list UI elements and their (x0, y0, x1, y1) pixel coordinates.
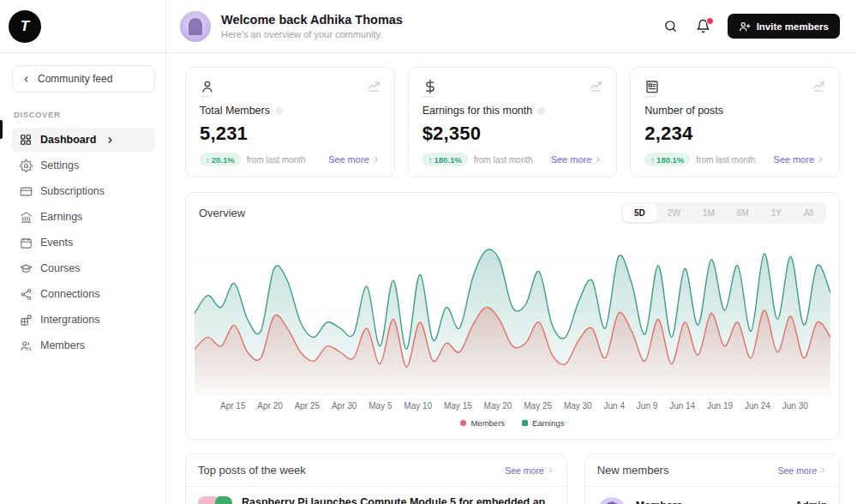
range-tab-1y[interactable]: 1Y (760, 204, 793, 222)
sidebar-item-label: Subscriptions (40, 185, 105, 197)
main-area: Welcome back Adhika Thomas Here's an ove… (166, 0, 857, 504)
x-tick-label: May 25 (524, 401, 552, 411)
sidebar-item-label: Connections (40, 288, 100, 300)
x-tick-label: Jun 30 (782, 401, 808, 411)
x-tick-label: May 15 (444, 401, 472, 411)
x-tick-label: May 30 (564, 401, 592, 411)
see-more-link[interactable]: See more (777, 465, 827, 476)
change-badge: ↑ 20.1% (200, 153, 241, 166)
legend-item-members: Members (460, 418, 505, 428)
stat-title: Earnings for this month (423, 105, 533, 117)
bottom-row: Top posts of the week See more Raspberry… (185, 453, 840, 504)
active-nav-indicator (0, 120, 3, 139)
sidebar-item-events[interactable]: Events (12, 231, 155, 255)
sidebar-item-earnings[interactable]: Earnings (12, 205, 155, 229)
range-tab-5d[interactable]: 5D (623, 204, 656, 222)
x-tick-label: Apr 20 (257, 401, 282, 411)
sidebar-item-label: Events (40, 237, 73, 249)
mini-trend-chart-icon (367, 79, 381, 93)
icon-underline (644, 96, 656, 98)
calendar-icon (19, 236, 33, 249)
time-range-tabs: 5D 2W 1M 6M 1Y All (621, 202, 826, 224)
member-list-item[interactable]: Members example@gmail.com Admin Since 12… (585, 487, 839, 504)
x-tick-label: Apr 25 (295, 401, 320, 411)
post-list-item[interactable]: Raspberry Pi launches Compute Module 5 f… (186, 487, 566, 504)
dashboard-grid-icon (19, 133, 33, 147)
change-badge: ↑ 180.1% (423, 153, 468, 166)
x-tick-label: Apr 30 (332, 401, 357, 411)
stat-cards-row: Total Members 5,231 ↑ 20.1% from last mo… (185, 67, 840, 177)
sidebar-item-connections[interactable]: Connections (12, 282, 155, 306)
invite-members-label: Invite members (757, 21, 829, 32)
graduation-cap-icon (19, 261, 33, 275)
logo-area: T (0, 0, 165, 53)
mini-trend-chart-icon (812, 79, 825, 93)
page-title: Welcome back Adhika Thomas (221, 13, 403, 27)
blocks-icon (19, 313, 33, 327)
sidebar-nav: Dashboard Settings Subscriptions (12, 128, 155, 357)
see-more-link[interactable]: See more (773, 154, 825, 165)
gear-icon (19, 159, 33, 172)
sidebar-item-settings[interactable]: Settings (12, 153, 155, 177)
x-tick-label: Jun 24 (745, 401, 770, 411)
chart-legend: MembersEarnings (195, 411, 830, 439)
info-icon[interactable] (537, 107, 545, 115)
users-icon (19, 339, 33, 352)
range-tab-6m[interactable]: 6M (726, 204, 760, 222)
x-tick-label: May 10 (404, 401, 432, 411)
notification-dot (706, 17, 714, 25)
search-icon[interactable] (662, 18, 680, 35)
chevron-left-icon (21, 75, 31, 84)
user-plus-icon (739, 21, 751, 33)
icon-underline (200, 96, 212, 98)
change-note: from last month (474, 155, 533, 165)
chevron-right-icon (819, 466, 827, 474)
legend-item-earnings: Earnings (522, 418, 565, 428)
sidebar-item-subscriptions[interactable]: Subscriptions (12, 179, 155, 203)
area-chart: Apr 15Apr 20Apr 25Apr 30May 5May 10May 1… (186, 233, 839, 439)
range-tab-all[interactable]: All (793, 204, 824, 222)
sidebar-item-members[interactable]: Members (12, 333, 155, 357)
top-bar: Welcome back Adhika Thomas Here's an ove… (166, 0, 857, 53)
sidebar-item-label: Dashboard (40, 134, 96, 146)
post-title: Raspberry Pi launches Compute Module 5 f… (242, 496, 554, 504)
page-subtitle: Here's an overview of your community. (221, 29, 403, 39)
sidebar-item-courses[interactable]: Courses (12, 256, 155, 280)
chevron-right-icon (817, 155, 825, 164)
sidebar-item-label: Earnings (40, 211, 82, 223)
stat-value: 2,234 (644, 123, 825, 145)
stat-value: $2,350 (423, 123, 603, 145)
notification-bell-icon[interactable] (695, 18, 712, 35)
arrow-up-icon: ↑ (428, 155, 433, 165)
app-logo[interactable]: T (9, 10, 41, 43)
x-tick-label: May 5 (369, 401, 392, 411)
see-more-link[interactable]: See more (505, 465, 554, 476)
chart-canvas (195, 235, 830, 396)
user-avatar[interactable] (180, 11, 211, 42)
chevron-right-icon (372, 155, 381, 164)
mini-trend-chart-icon (589, 79, 602, 93)
circle-marker-icon (460, 420, 466, 426)
invite-members-button[interactable]: Invite members (728, 14, 840, 39)
member-name: Members (636, 500, 724, 504)
see-more-link[interactable]: See more (551, 154, 603, 165)
sidebar: T Community feed DISCOVER Dashboard (0, 0, 166, 504)
see-more-link[interactable]: See more (328, 154, 381, 165)
range-tab-1m[interactable]: 1M (692, 204, 726, 222)
new-members-title: New members (597, 464, 669, 477)
share-nodes-icon (19, 287, 33, 301)
change-badge: ↑ 180.1% (644, 153, 690, 166)
new-members-panel: New members See more Members example@gma… (584, 453, 840, 504)
x-tick-label: Jun 19 (707, 401, 733, 411)
user-icon (200, 79, 215, 94)
back-button-label: Community feed (38, 73, 112, 85)
community-feed-back-button[interactable]: Community feed (12, 65, 155, 93)
sidebar-item-integrations[interactable]: Intergrations (12, 308, 155, 332)
sidebar-item-dashboard[interactable]: Dashboard (12, 128, 155, 152)
sidebar-item-label: Members (40, 339, 85, 351)
info-icon[interactable] (275, 107, 283, 115)
credit-card-icon (19, 184, 33, 198)
discover-section-label: DISCOVER (14, 110, 155, 119)
range-tab-2w[interactable]: 2W (656, 204, 692, 222)
x-tick-label: May 20 (484, 401, 512, 411)
